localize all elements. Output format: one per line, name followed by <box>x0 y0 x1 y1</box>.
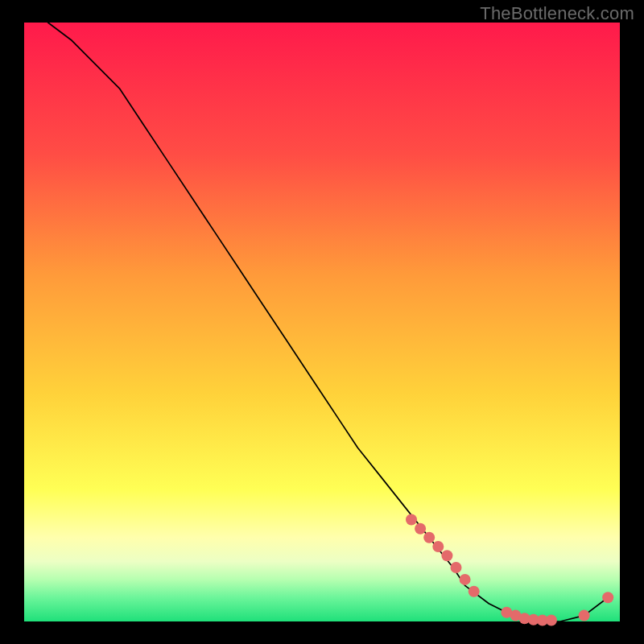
chart-stage: TheBottleneck.com <box>0 0 644 644</box>
curve-marker <box>423 532 435 543</box>
bottleneck-chart <box>0 0 644 644</box>
curve-marker <box>451 562 462 573</box>
curve-marker <box>441 550 452 561</box>
curve-marker <box>469 586 480 597</box>
curve-marker <box>579 610 590 621</box>
watermark-text: TheBottleneck.com <box>480 3 634 24</box>
curve-marker <box>432 541 444 552</box>
curve-marker <box>460 574 471 585</box>
plot-area <box>24 23 620 621</box>
curve-marker <box>415 523 426 535</box>
curve-marker <box>546 615 557 626</box>
curve-marker <box>406 514 417 526</box>
curve-marker <box>602 592 613 603</box>
